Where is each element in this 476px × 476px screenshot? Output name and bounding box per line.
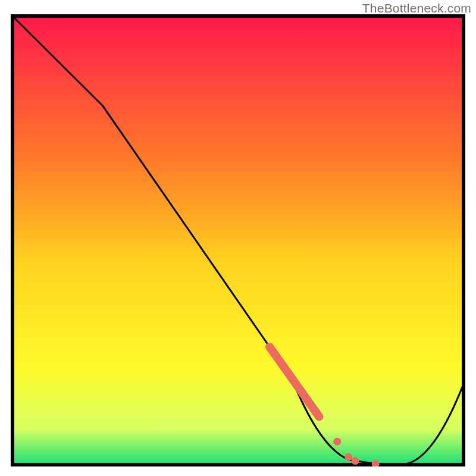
chart-svg — [11, 14, 465, 466]
plot-area — [11, 14, 465, 466]
highlight-dot — [345, 453, 352, 461]
chart-container: TheBottleneck.com — [0, 0, 476, 476]
highlight-dot — [333, 438, 341, 446]
highlight-dot — [352, 457, 359, 465]
watermark-text: TheBottleneck.com — [362, 1, 471, 15]
